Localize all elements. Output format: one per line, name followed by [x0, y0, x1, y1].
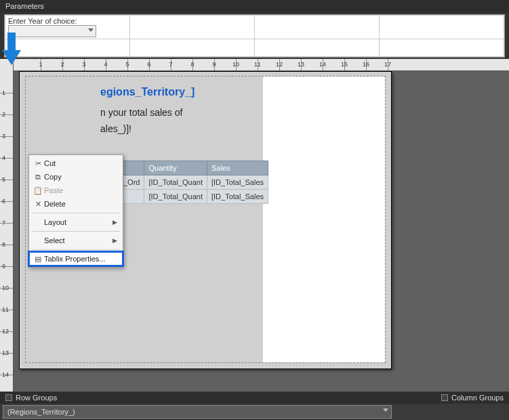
- ruler-mark: 13: [2, 350, 9, 356]
- menu-delete[interactable]: ✕Delete: [29, 197, 123, 211]
- chevron-down-icon[interactable]: [383, 408, 388, 412]
- menu-paste: 📋Paste: [29, 184, 123, 197]
- ruler-mark: 6: [2, 198, 5, 205]
- group-strip: (Regions_Territory_): [0, 404, 509, 420]
- param-empty-cell[interactable]: [255, 16, 380, 39]
- ruler-mark: 9: [2, 263, 5, 270]
- menu-layout[interactable]: Layout▶: [29, 215, 123, 229]
- menu-separator: [32, 213, 120, 213]
- ruler-mark: 1: [2, 89, 5, 96]
- row-groups-label: Row Groups: [0, 394, 62, 402]
- ruler-mark: 8: [2, 241, 5, 248]
- chevron-right-icon: ▶: [113, 237, 117, 244]
- menu-cut[interactable]: ✂Cut: [29, 156, 123, 170]
- vertical-ruler: 1234567891011121314: [0, 59, 14, 392]
- copy-icon: ⧉: [32, 173, 44, 182]
- menu-tablix-properties[interactable]: ▤Tablix Properties...: [29, 252, 123, 266]
- ruler-mark: 3: [2, 133, 5, 140]
- ruler-mark: 1: [39, 61, 42, 68]
- menu-select[interactable]: Select▶: [29, 234, 123, 247]
- ruler-mark: 14: [319, 61, 326, 68]
- param-empty-cell[interactable]: [130, 16, 255, 39]
- parameters-grid: Enter Year of choice:: [5, 15, 504, 57]
- ruler-mark: 13: [298, 61, 304, 68]
- param-empty-cell[interactable]: [130, 39, 255, 57]
- param-empty-cell[interactable]: [5, 39, 130, 57]
- column-groups-icon: [441, 394, 448, 401]
- delete-icon: ✕: [32, 200, 44, 209]
- row-group-item[interactable]: (Regions_Territory_): [3, 405, 392, 419]
- ruler-mark: 10: [2, 285, 9, 291]
- param-empty-cell[interactable]: [255, 39, 380, 57]
- tablix-cell[interactable]: [ID_Total_Sales: [207, 175, 268, 190]
- ruler-mark: 6: [147, 61, 150, 68]
- designer-area: 1234567891011121314 12345678910111213141…: [0, 59, 509, 392]
- param-cell[interactable]: Enter Year of choice:: [5, 16, 130, 39]
- tablix-col-qty[interactable]: Quantity: [144, 161, 207, 175]
- chevron-right-icon: ▶: [113, 219, 117, 226]
- parameters-area: Enter Year of choice:: [4, 14, 505, 58]
- ruler-mark: 14: [2, 371, 9, 378]
- ruler-mark: 10: [232, 61, 239, 68]
- paste-icon: 📋: [32, 186, 44, 195]
- ruler-mark: 2: [60, 61, 64, 68]
- ruler-mark: 15: [341, 61, 348, 68]
- properties-icon: ▤: [32, 255, 44, 264]
- ruler-mark: 2: [2, 111, 5, 118]
- design-surface[interactable]: egions_Territory_] n your total sales of…: [14, 71, 509, 392]
- ruler-mark: 9: [212, 61, 216, 68]
- menu-copy[interactable]: ⧉Copy: [29, 170, 123, 184]
- ruler-mark: 8: [190, 61, 194, 68]
- horizontal-ruler: 1234567891011121314151617: [14, 59, 509, 71]
- param-empty-cell[interactable]: [380, 16, 504, 39]
- param-empty-cell[interactable]: [380, 39, 504, 57]
- tablix-cell[interactable]: [ID_Total_Quant: [144, 190, 207, 204]
- param-label: Enter Year of choice:: [8, 17, 77, 25]
- menu-separator: [32, 231, 120, 232]
- scissors-icon: ✂: [32, 159, 44, 168]
- groups-bar: Row Groups Column Groups: [0, 392, 509, 404]
- ruler-mark: 4: [2, 154, 5, 161]
- menu-separator: [32, 249, 120, 250]
- context-menu: ✂Cut ⧉Copy 📋Paste ✕Delete Layout▶ Select…: [28, 154, 123, 268]
- column-group-area[interactable]: [394, 405, 506, 419]
- param-year-combo[interactable]: [8, 25, 96, 37]
- ruler-mark: 4: [104, 61, 107, 68]
- ruler-mark: 5: [125, 61, 129, 68]
- ruler-mark: 11: [254, 61, 261, 68]
- annotation-arrow: [2, 33, 21, 65]
- tablix-cell[interactable]: [ID_Total_Sales: [207, 190, 268, 204]
- ruler-mark: 5: [2, 176, 5, 183]
- white-side-panel: [263, 77, 385, 362]
- ruler-mark: 16: [363, 61, 369, 68]
- tablix-col-sales[interactable]: Sales: [207, 161, 268, 175]
- ruler-mark: 11: [2, 306, 9, 313]
- ruler-mark: 7: [2, 219, 5, 226]
- ruler-mark: 12: [2, 328, 9, 335]
- ruler-mark: 12: [276, 61, 283, 68]
- ruler-mark: 17: [384, 61, 391, 68]
- tablix-cell[interactable]: [ID_Total_Quant: [144, 175, 207, 190]
- parameters-panel-title: Parameters: [0, 0, 509, 12]
- ruler-mark: 3: [82, 61, 85, 68]
- row-groups-icon: [5, 394, 12, 401]
- ruler-mark: 7: [169, 61, 172, 68]
- column-groups-label: Column Groups: [436, 394, 509, 402]
